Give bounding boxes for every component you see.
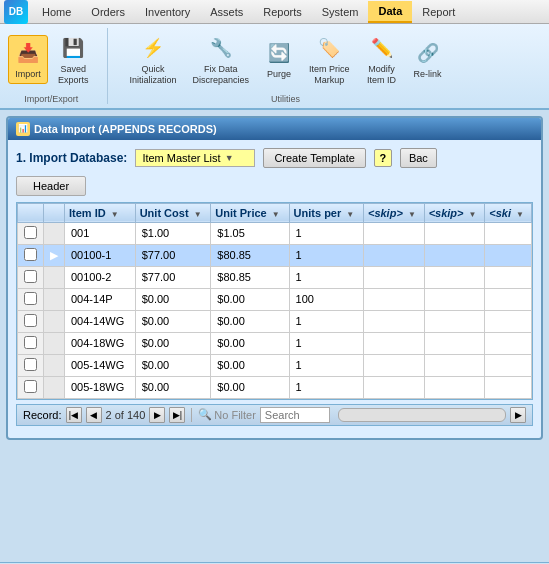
nav-item-assets[interactable]: Assets: [200, 1, 253, 23]
table-row[interactable]: 005-18WG $0.00 $0.00 1: [18, 376, 532, 398]
ribbon-btn-import[interactable]: 📥 Import: [8, 35, 48, 84]
col-select-header: [18, 203, 44, 222]
col-unit-cost-header[interactable]: Unit Cost ▼: [135, 203, 211, 222]
row-checkbox-cell-2[interactable]: [18, 266, 44, 288]
unit-cost-cell-7: $0.00: [135, 376, 211, 398]
units-per-sort-icon: ▼: [346, 210, 354, 219]
row-marker-2: [44, 266, 65, 288]
skip1-cell-5: [363, 332, 424, 354]
import-icon: 📥: [14, 39, 42, 67]
row-checkbox-cell-5[interactable]: [18, 332, 44, 354]
skip2-cell-4: [424, 310, 485, 332]
purge-icon: 🔄: [265, 39, 293, 67]
ribbon-btn-fix-data[interactable]: 🔧 Fix DataDiscrepancies: [187, 30, 256, 90]
ribbon-btn-quick-init[interactable]: ⚡ QuickInitialization: [124, 30, 183, 90]
nav-item-reports[interactable]: Reports: [253, 1, 312, 23]
unit-price-cell-7: $0.00: [211, 376, 289, 398]
create-template-button[interactable]: Create Template: [263, 148, 366, 168]
units-per-cell-7: 1: [289, 376, 363, 398]
utilities-group-label: Utilities: [271, 94, 300, 104]
unit-cost-sort-icon: ▼: [194, 210, 202, 219]
col-skip1-header[interactable]: <skip> ▼: [363, 203, 424, 222]
skip3-cell-6: [485, 354, 532, 376]
import-database-dropdown[interactable]: Item Master List ▼: [135, 149, 255, 167]
unit-price-cell-4: $0.00: [211, 310, 289, 332]
unit-cost-cell-1: $77.00: [135, 244, 211, 266]
item-price-label: Item PriceMarkup: [309, 64, 350, 86]
item-id-cell-6: 005-14WG: [65, 354, 136, 376]
nav-item-orders[interactable]: Orders: [81, 1, 135, 23]
skip2-cell-7: [424, 376, 485, 398]
modify-item-label: ModifyItem ID: [367, 64, 396, 86]
search-input[interactable]: [260, 407, 330, 423]
skip2-cell-1: [424, 244, 485, 266]
ribbon-btn-saved-exports[interactable]: 💾 SavedExports: [52, 30, 95, 90]
nav-next-btn[interactable]: ▶: [149, 407, 165, 423]
help-button[interactable]: ?: [374, 149, 392, 167]
units-per-cell-4: 1: [289, 310, 363, 332]
nav-item-inventory[interactable]: Inventory: [135, 1, 200, 23]
dialog-title-text: Data Import (APPENDS RECORDS): [34, 123, 217, 135]
skip3-cell-5: [485, 332, 532, 354]
table-row[interactable]: 004-14WG $0.00 $0.00 1: [18, 310, 532, 332]
table-row[interactable]: 004-14P $0.00 $0.00 100: [18, 288, 532, 310]
row-marker-3: [44, 288, 65, 310]
unit-price-cell-1: $80.85: [211, 244, 289, 266]
row-marker-5: [44, 332, 65, 354]
item-id-cell-2: 00100-2: [65, 266, 136, 288]
ribbon-btn-purge[interactable]: 🔄 Purge: [259, 35, 299, 84]
skip2-cell-0: [424, 222, 485, 244]
quick-init-label: QuickInitialization: [130, 64, 177, 86]
import-export-group-label: Import/Export: [24, 94, 78, 104]
ribbon-btn-relink[interactable]: 🔗 Re-link: [408, 35, 448, 84]
skip1-cell-2: [363, 266, 424, 288]
unit-price-cell-0: $1.05: [211, 222, 289, 244]
row-marker-4: [44, 310, 65, 332]
ribbon-btn-item-price[interactable]: 🏷️ Item PriceMarkup: [303, 30, 356, 90]
skip1-cell-1: [363, 244, 424, 266]
nav-item-home[interactable]: Home: [32, 1, 81, 23]
table-row[interactable]: 005-14WG $0.00 $0.00 1: [18, 354, 532, 376]
table-row[interactable]: 001 $1.00 $1.05 1: [18, 222, 532, 244]
table-row[interactable]: 004-18WG $0.00 $0.00 1: [18, 332, 532, 354]
nav-item-data[interactable]: Data: [368, 1, 412, 23]
nav-item-report[interactable]: Report: [412, 1, 465, 23]
back-button[interactable]: Bac: [400, 148, 437, 168]
item-id-cell-1: 00100-1: [65, 244, 136, 266]
col-item-id-header[interactable]: Item ID ▼: [65, 203, 136, 222]
relink-label: Re-link: [414, 69, 442, 80]
nav-first-btn[interactable]: |◀: [66, 407, 82, 423]
row-checkbox-cell-4[interactable]: [18, 310, 44, 332]
nav-scroll-right-btn[interactable]: ▶: [510, 407, 526, 423]
table-row[interactable]: ▶ 00100-1 $77.00 $80.85 1: [18, 244, 532, 266]
row-checkbox-cell-3[interactable]: [18, 288, 44, 310]
purge-label: Purge: [267, 69, 291, 80]
skip3-cell-1: [485, 244, 532, 266]
nav-prev-btn[interactable]: ◀: [86, 407, 102, 423]
nav-scroll-bar[interactable]: [338, 408, 506, 422]
units-per-cell-3: 100: [289, 288, 363, 310]
ribbon-group-import-export: 📥 Import 💾 SavedExports Import/Export: [8, 28, 108, 104]
skip1-cell-4: [363, 310, 424, 332]
col-units-per-header[interactable]: Units per ▼: [289, 203, 363, 222]
skip2-cell-6: [424, 354, 485, 376]
row-checkbox-cell-1[interactable]: [18, 244, 44, 266]
row-checkbox-cell-6[interactable]: [18, 354, 44, 376]
ribbon-btn-modify-item[interactable]: ✏️ ModifyItem ID: [360, 30, 404, 90]
col-skip3-header[interactable]: <ski ▼: [485, 203, 532, 222]
row-checkbox-cell-7[interactable]: [18, 376, 44, 398]
header-button[interactable]: Header: [16, 176, 86, 196]
table-row[interactable]: 00100-2 $77.00 $80.85 1: [18, 266, 532, 288]
col-unit-price-header[interactable]: Unit Price ▼: [211, 203, 289, 222]
nav-item-system[interactable]: System: [312, 1, 369, 23]
saved-exports-label: SavedExports: [58, 64, 89, 86]
row-checkbox-cell-0[interactable]: [18, 222, 44, 244]
item-id-cell-0: 001: [65, 222, 136, 244]
unit-cost-cell-6: $0.00: [135, 354, 211, 376]
nav-last-btn[interactable]: ▶|: [169, 407, 185, 423]
item-price-icon: 🏷️: [315, 34, 343, 62]
col-skip2-header[interactable]: <skip> ▼: [424, 203, 485, 222]
nav-record-label: Record:: [23, 409, 62, 421]
ribbon-group-utilities: ⚡ QuickInitialization 🔧 Fix DataDiscrepa…: [124, 28, 460, 104]
row-marker-1: ▶: [44, 244, 65, 266]
